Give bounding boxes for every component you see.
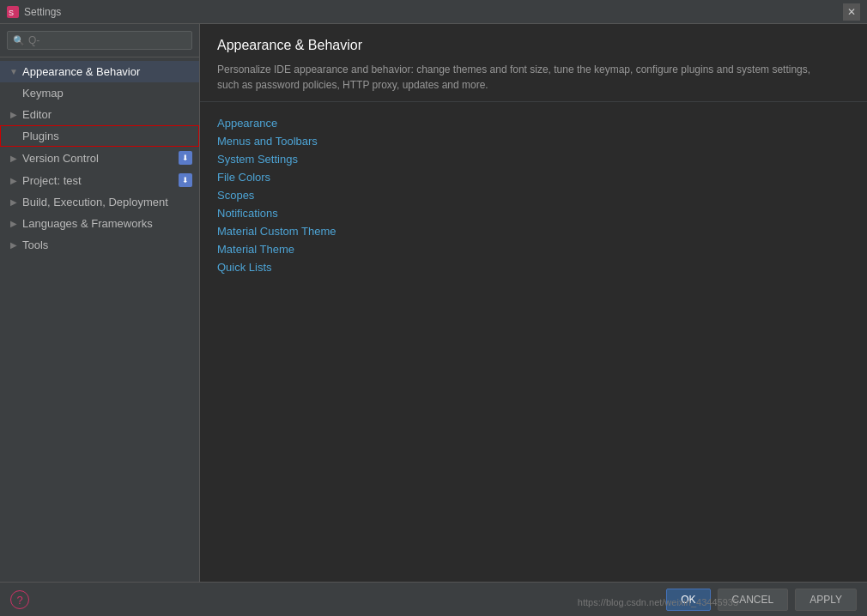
sidebar-item-label: Plugins xyxy=(22,130,192,142)
sidebar-item-label: Languages & Frameworks xyxy=(22,217,192,230)
version-control-badge: ⬇ xyxy=(179,151,192,165)
sidebar-item-label: Keymap xyxy=(22,87,192,100)
link-material-custom-theme[interactable]: Material Custom Theme xyxy=(217,222,850,240)
close-button[interactable]: ✕ xyxy=(843,3,860,21)
link-menus-toolbars[interactable]: Menus and Toolbars xyxy=(217,132,850,150)
help-button[interactable]: ? xyxy=(10,590,29,609)
content-header: Appearance & Behavior Personalize IDE ap… xyxy=(200,24,867,102)
window-title: Settings xyxy=(24,6,61,18)
sidebar-item-label: Version Control xyxy=(22,152,175,165)
sidebar-item-label: Editor xyxy=(22,108,192,121)
link-material-theme[interactable]: Material Theme xyxy=(217,240,850,258)
chevron-right-icon: ▶ xyxy=(9,219,19,228)
svg-text:S: S xyxy=(9,9,14,17)
sidebar-item-plugins[interactable]: ▶ Plugins xyxy=(0,125,199,147)
project-badge: ⬇ xyxy=(179,173,192,187)
apply-button[interactable]: APPLY xyxy=(795,589,857,611)
link-system-settings[interactable]: System Settings xyxy=(217,150,850,168)
sidebar-item-project-test[interactable]: ▶ Project: test ⬇ xyxy=(0,169,199,191)
link-notifications[interactable]: Notifications xyxy=(217,204,850,222)
title-bar-left: S Settings xyxy=(7,6,61,18)
chevron-right-icon: ▶ xyxy=(9,240,19,250)
chevron-right-icon: ▶ xyxy=(9,176,19,185)
sidebar-item-languages-frameworks[interactable]: ▶ Languages & Frameworks xyxy=(0,213,199,234)
content-area: Appearance & Behavior Personalize IDE ap… xyxy=(200,24,867,616)
sidebar-item-label: Tools xyxy=(22,239,192,251)
app-icon: S xyxy=(7,6,19,18)
sidebar-item-keymap[interactable]: Keymap xyxy=(0,82,199,104)
sidebar: 🔍 ▼ Appearance & Behavior Keymap ▶ Edito… xyxy=(0,24,200,616)
chevron-right-icon: ▶ xyxy=(9,197,19,207)
sidebar-item-appearance-behavior[interactable]: ▼ Appearance & Behavior xyxy=(0,61,199,82)
link-appearance[interactable]: Appearance xyxy=(217,114,850,132)
content-links: Appearance Menus and Toolbars System Set… xyxy=(200,102,867,288)
page-title: Appearance & Behavior xyxy=(217,38,850,53)
sidebar-item-label: Appearance & Behavior xyxy=(22,65,192,78)
content-description: Personalize IDE appearance and behavior:… xyxy=(217,62,818,93)
link-scopes[interactable]: Scopes xyxy=(217,186,850,204)
main-container: 🔍 ▼ Appearance & Behavior Keymap ▶ Edito… xyxy=(0,24,867,616)
search-wrapper[interactable]: 🔍 xyxy=(7,31,192,50)
sidebar-item-tools[interactable]: ▶ Tools xyxy=(0,234,199,256)
sidebar-item-label: Build, Execution, Deployment xyxy=(22,196,192,208)
sidebar-item-version-control[interactable]: ▶ Version Control ⬇ xyxy=(0,147,199,169)
search-icon: 🔍 xyxy=(13,35,25,46)
chevron-right-icon: ▶ xyxy=(9,110,19,119)
bottom-bar: ? https://blog.csdn.net/weixin_43445935 … xyxy=(0,582,867,616)
chevron-down-icon: ▼ xyxy=(9,67,19,76)
search-input[interactable] xyxy=(28,34,186,46)
sidebar-item-editor[interactable]: ▶ Editor xyxy=(0,104,199,125)
sidebar-item-label: Project: test xyxy=(22,174,175,187)
status-url: https://blog.csdn.net/weixin_43445935 xyxy=(578,597,738,607)
link-quick-lists[interactable]: Quick Lists xyxy=(217,258,850,276)
sidebar-item-build-execution[interactable]: ▶ Build, Execution, Deployment xyxy=(0,191,199,213)
link-file-colors[interactable]: File Colors xyxy=(217,168,850,186)
chevron-right-icon: ▶ xyxy=(9,154,19,163)
title-bar: S Settings ✕ xyxy=(0,0,867,24)
sidebar-nav: ▼ Appearance & Behavior Keymap ▶ Editor … xyxy=(0,57,199,616)
search-bar: 🔍 xyxy=(0,24,199,57)
